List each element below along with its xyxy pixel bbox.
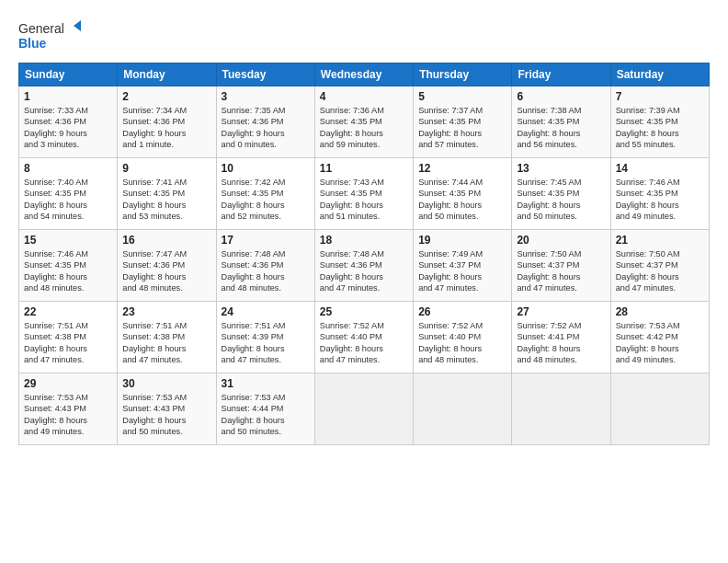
cell-info: Sunrise: 7:50 AMSunset: 4:37 PMDaylight:… [616, 248, 704, 294]
day-number: 8 [24, 162, 112, 175]
cell-info: Sunrise: 7:46 AMSunset: 4:35 PMDaylight:… [616, 177, 704, 223]
calendar-cell [610, 373, 709, 445]
calendar-row-4: 22Sunrise: 7:51 AMSunset: 4:38 PMDayligh… [19, 302, 710, 373]
cell-info: Sunrise: 7:48 AMSunset: 4:36 PMDaylight:… [222, 248, 310, 294]
cell-info: Sunrise: 7:35 AMSunset: 4:36 PMDaylight:… [222, 105, 310, 151]
weekday-header-friday: Friday [512, 63, 610, 86]
svg-text:General: General [18, 21, 64, 36]
day-number: 28 [616, 305, 704, 318]
calendar-cell: 18Sunrise: 7:48 AMSunset: 4:36 PMDayligh… [314, 230, 413, 302]
day-number: 31 [222, 377, 310, 390]
calendar-cell: 10Sunrise: 7:42 AMSunset: 4:35 PMDayligh… [216, 158, 314, 230]
calendar-cell: 5Sunrise: 7:37 AMSunset: 4:35 PMDaylight… [414, 86, 512, 158]
day-number: 20 [517, 234, 605, 247]
calendar-cell: 8Sunrise: 7:40 AMSunset: 4:35 PMDaylight… [19, 158, 118, 230]
day-number: 22 [24, 305, 112, 318]
calendar-cell: 2Sunrise: 7:34 AMSunset: 4:36 PMDaylight… [118, 86, 216, 158]
weekday-header-thursday: Thursday [414, 63, 512, 86]
cell-info: Sunrise: 7:51 AMSunset: 4:38 PMDaylight:… [24, 320, 112, 366]
calendar-cell: 31Sunrise: 7:53 AMSunset: 4:44 PMDayligh… [216, 373, 314, 445]
calendar-cell: 22Sunrise: 7:51 AMSunset: 4:38 PMDayligh… [19, 302, 118, 373]
cell-info: Sunrise: 7:37 AMSunset: 4:35 PMDaylight:… [418, 105, 506, 151]
weekday-header-tuesday: Tuesday [216, 63, 314, 86]
cell-info: Sunrise: 7:53 AMSunset: 4:43 PMDaylight:… [24, 392, 112, 438]
cell-info: Sunrise: 7:36 AMSunset: 4:35 PMDaylight:… [320, 105, 408, 151]
cell-info: Sunrise: 7:50 AMSunset: 4:37 PMDaylight:… [517, 248, 605, 294]
day-number: 2 [122, 90, 210, 103]
day-number: 10 [222, 162, 310, 175]
weekday-header-monday: Monday [118, 63, 216, 86]
day-number: 12 [418, 162, 506, 175]
calendar-cell: 7Sunrise: 7:39 AMSunset: 4:35 PMDaylight… [610, 86, 709, 158]
calendar-cell: 25Sunrise: 7:52 AMSunset: 4:40 PMDayligh… [314, 302, 413, 373]
weekday-header-wednesday: Wednesday [314, 63, 413, 86]
calendar-cell: 17Sunrise: 7:48 AMSunset: 4:36 PMDayligh… [216, 230, 314, 302]
day-number: 14 [616, 162, 704, 175]
calendar-cell: 12Sunrise: 7:44 AMSunset: 4:35 PMDayligh… [414, 158, 512, 230]
cell-info: Sunrise: 7:42 AMSunset: 4:35 PMDaylight:… [222, 177, 310, 223]
day-number: 24 [222, 305, 310, 318]
cell-info: Sunrise: 7:40 AMSunset: 4:35 PMDaylight:… [24, 177, 112, 223]
svg-marker-2 [74, 20, 81, 31]
cell-info: Sunrise: 7:45 AMSunset: 4:35 PMDaylight:… [517, 177, 605, 223]
calendar-cell: 30Sunrise: 7:53 AMSunset: 4:43 PMDayligh… [118, 373, 216, 445]
day-number: 30 [122, 377, 210, 390]
calendar-cell: 13Sunrise: 7:45 AMSunset: 4:35 PMDayligh… [512, 158, 610, 230]
logo-svg: General Blue [18, 17, 83, 53]
cell-info: Sunrise: 7:46 AMSunset: 4:35 PMDaylight:… [24, 248, 112, 294]
day-number: 25 [320, 305, 408, 318]
day-number: 27 [517, 305, 605, 318]
calendar-row-1: 1Sunrise: 7:33 AMSunset: 4:36 PMDaylight… [19, 86, 710, 158]
day-number: 17 [222, 234, 310, 247]
cell-info: Sunrise: 7:41 AMSunset: 4:35 PMDaylight:… [122, 177, 210, 223]
calendar-cell: 20Sunrise: 7:50 AMSunset: 4:37 PMDayligh… [512, 230, 610, 302]
cell-info: Sunrise: 7:34 AMSunset: 4:36 PMDaylight:… [122, 105, 210, 151]
cell-info: Sunrise: 7:53 AMSunset: 4:43 PMDaylight:… [122, 392, 210, 438]
calendar-cell: 23Sunrise: 7:51 AMSunset: 4:38 PMDayligh… [118, 302, 216, 373]
day-number: 11 [320, 162, 408, 175]
calendar-cell: 9Sunrise: 7:41 AMSunset: 4:35 PMDaylight… [118, 158, 216, 230]
day-number: 19 [418, 234, 506, 247]
day-number: 26 [418, 305, 506, 318]
logo: General Blue [18, 17, 83, 53]
calendar-cell: 14Sunrise: 7:46 AMSunset: 4:35 PMDayligh… [610, 158, 709, 230]
cell-info: Sunrise: 7:52 AMSunset: 4:40 PMDaylight:… [320, 320, 408, 366]
calendar-cell: 16Sunrise: 7:47 AMSunset: 4:36 PMDayligh… [118, 230, 216, 302]
cell-info: Sunrise: 7:44 AMSunset: 4:35 PMDaylight:… [418, 177, 506, 223]
calendar-table: SundayMondayTuesdayWednesdayThursdayFrid… [18, 63, 710, 445]
day-number: 16 [122, 234, 210, 247]
day-number: 1 [24, 90, 112, 103]
calendar-cell: 26Sunrise: 7:52 AMSunset: 4:40 PMDayligh… [414, 302, 512, 373]
cell-info: Sunrise: 7:52 AMSunset: 4:40 PMDaylight:… [418, 320, 506, 366]
calendar-cell: 21Sunrise: 7:50 AMSunset: 4:37 PMDayligh… [610, 230, 709, 302]
page: General Blue SundayMondayTuesdayWednesda… [0, 0, 728, 563]
cell-info: Sunrise: 7:48 AMSunset: 4:36 PMDaylight:… [320, 248, 408, 294]
cell-info: Sunrise: 7:47 AMSunset: 4:36 PMDaylight:… [122, 248, 210, 294]
day-number: 3 [222, 90, 310, 103]
cell-info: Sunrise: 7:39 AMSunset: 4:35 PMDaylight:… [616, 105, 704, 151]
calendar-cell: 6Sunrise: 7:38 AMSunset: 4:35 PMDaylight… [512, 86, 610, 158]
day-number: 6 [517, 90, 605, 103]
day-number: 5 [418, 90, 506, 103]
calendar-cell: 11Sunrise: 7:43 AMSunset: 4:35 PMDayligh… [314, 158, 413, 230]
day-number: 29 [24, 377, 112, 390]
day-number: 15 [24, 234, 112, 247]
calendar-cell: 1Sunrise: 7:33 AMSunset: 4:36 PMDaylight… [19, 86, 118, 158]
day-number: 21 [616, 234, 704, 247]
day-number: 23 [122, 305, 210, 318]
calendar-cell: 3Sunrise: 7:35 AMSunset: 4:36 PMDaylight… [216, 86, 314, 158]
cell-info: Sunrise: 7:33 AMSunset: 4:36 PMDaylight:… [24, 105, 112, 151]
svg-text:Blue: Blue [18, 36, 47, 51]
weekday-header-sunday: Sunday [19, 63, 118, 86]
cell-info: Sunrise: 7:43 AMSunset: 4:35 PMDaylight:… [320, 177, 408, 223]
cell-info: Sunrise: 7:51 AMSunset: 4:39 PMDaylight:… [222, 320, 310, 366]
day-number: 13 [517, 162, 605, 175]
header: General Blue [18, 17, 710, 53]
day-number: 9 [122, 162, 210, 175]
weekday-header-saturday: Saturday [610, 63, 709, 86]
cell-info: Sunrise: 7:51 AMSunset: 4:38 PMDaylight:… [122, 320, 210, 366]
cell-info: Sunrise: 7:53 AMSunset: 4:42 PMDaylight:… [616, 320, 704, 366]
calendar-cell: 27Sunrise: 7:52 AMSunset: 4:41 PMDayligh… [512, 302, 610, 373]
cell-info: Sunrise: 7:53 AMSunset: 4:44 PMDaylight:… [222, 392, 310, 438]
day-number: 18 [320, 234, 408, 247]
